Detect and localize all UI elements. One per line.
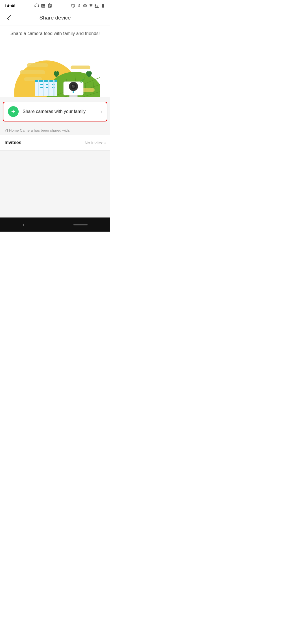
- image-icon: [41, 3, 46, 8]
- svg-rect-22: [38, 80, 39, 96]
- no-invitees-status: No invitees: [85, 140, 106, 145]
- status-bar: 14:46: [0, 0, 110, 10]
- main-content: Share a camera feed with family and frie…: [0, 25, 110, 217]
- vibrate-icon: [83, 3, 87, 8]
- camera-illustration: [10, 41, 100, 97]
- battery-icon: [101, 3, 106, 8]
- svg-point-30: [72, 85, 73, 86]
- wifi-icon: [89, 3, 93, 8]
- divider-bottom: [0, 150, 110, 151]
- illustration: [6, 41, 104, 97]
- svg-rect-10: [20, 70, 45, 74]
- bluetooth-icon: [77, 3, 81, 8]
- invitees-label: Invitees: [5, 140, 21, 145]
- status-left-icons: [34, 3, 52, 8]
- header: Share device: [0, 10, 110, 25]
- svg-rect-12: [71, 66, 90, 69]
- shared-with-info: YI Home Camera has been shared with:: [0, 126, 110, 135]
- chevron-right-icon: ›: [101, 109, 102, 115]
- svg-rect-24: [48, 80, 49, 96]
- nav-home-pill[interactable]: [73, 224, 88, 225]
- back-button[interactable]: [5, 13, 14, 22]
- nav-back-icon[interactable]: ‹: [23, 221, 25, 228]
- svg-rect-32: [69, 95, 78, 97]
- status-time: 14:46: [5, 3, 15, 8]
- signal-icon: [95, 3, 99, 8]
- svg-point-31: [73, 91, 74, 93]
- status-right-icons: [71, 3, 106, 8]
- plus-symbol: +: [11, 108, 15, 115]
- alarm-icon: [71, 3, 75, 8]
- headphone-icon: [34, 3, 39, 8]
- intro-subtitle: Share a camera feed with family and frie…: [6, 31, 104, 36]
- back-chevron-icon: [7, 15, 13, 21]
- share-cameras-label: Share cameras with your family: [23, 109, 101, 114]
- clipboard-icon: [47, 3, 52, 8]
- svg-rect-23: [43, 80, 44, 96]
- share-plus-icon: +: [8, 106, 19, 117]
- intro-section: Share a camera feed with family and frie…: [0, 25, 110, 97]
- svg-rect-9: [27, 63, 48, 67]
- invitees-row: Invitees No invitees: [0, 135, 110, 150]
- share-cameras-button[interactable]: + Share cameras with your family ›: [3, 102, 107, 121]
- header-title: Share device: [14, 15, 97, 21]
- nav-bar: ‹: [0, 217, 110, 232]
- svg-rect-25: [53, 80, 55, 96]
